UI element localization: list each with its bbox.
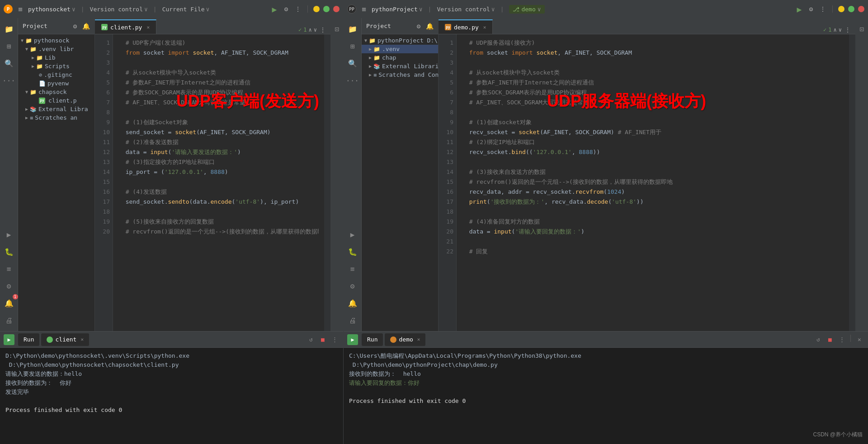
right-more-side-icon[interactable]: ···: [345, 73, 360, 88]
right-vcs-icon[interactable]: ⊞: [345, 39, 360, 53]
left-debug-icon[interactable]: 🐛: [2, 244, 16, 259]
right-bottom-run-btn[interactable]: ▶: [347, 334, 358, 345]
code-line-15: [118, 177, 319, 187]
right-window-close[interactable]: [858, 6, 864, 12]
right-settings-icon[interactable]: ⚙: [345, 279, 360, 293]
left-bottom-run-btn[interactable]: ▶: [4, 334, 14, 345]
right-demo-tab-close[interactable]: ✕: [417, 337, 420, 342]
left-run-side-icon[interactable]: ▶: [2, 227, 16, 242]
left-run-button[interactable]: ▶: [270, 5, 278, 13]
right-check-badge: ✓1 ∧ ∨: [823, 27, 842, 33]
left-window-close[interactable]: [333, 6, 340, 12]
right-folder-icon[interactable]: 📁: [345, 22, 360, 36]
left-tab-close[interactable]: ✕: [146, 24, 150, 30]
tree-item-chap[interactable]: ▶ 📁 chap: [362, 53, 438, 62]
right-debug-icon[interactable]: 🐛: [345, 244, 360, 259]
left-notifications-icon[interactable]: 🔔 1: [2, 296, 16, 310]
tree-item-scratches[interactable]: ▶ ≡ Scratches an: [18, 113, 94, 122]
left-check-badge: ✓1 ∧ ∨: [298, 27, 317, 33]
left-project-name[interactable]: pythonsocket ∨: [28, 6, 75, 13]
left-client-tab-close[interactable]: ✕: [80, 337, 84, 342]
left-build-icon[interactable]: ⚙: [282, 5, 290, 13]
tree-item-right-scratches[interactable]: ▶ ≡ Scratches and Cons: [362, 70, 438, 79]
right-refresh-btn[interactable]: ↺: [813, 335, 823, 345]
left-print-icon[interactable]: 🖨: [2, 313, 16, 327]
left-more-side-icon[interactable]: ···: [2, 73, 16, 88]
right-branch-selector[interactable]: ⎇ demo ∨: [509, 5, 544, 14]
tree-item-gitignore[interactable]: ⊘ .gitignc: [18, 70, 94, 79]
left-panel-bell[interactable]: 🔔: [82, 22, 90, 30]
left-client-tab[interactable]: client ✕: [41, 333, 89, 346]
left-vcs-icon[interactable]: ⊞: [2, 39, 16, 53]
left-window-maximize[interactable]: [323, 6, 330, 12]
scratches-icon: ≡: [30, 115, 33, 121]
left-panel-settings[interactable]: ⚙: [71, 22, 79, 30]
right-build-icon[interactable]: ⚙: [807, 5, 815, 13]
left-terminal-body[interactable]: D:\Python\demo\pythonsocket\.venv\Script…: [0, 348, 343, 444]
left-window-minimize[interactable]: [313, 6, 320, 12]
left-hamburger-menu[interactable]: ≡: [16, 5, 24, 13]
right-run-tab[interactable]: Run: [362, 333, 383, 346]
right-stop-btn[interactable]: ■: [825, 335, 835, 345]
left-bottom-more[interactable]: ⋮: [330, 335, 340, 345]
left-current-file[interactable]: Current File ∨: [162, 6, 210, 13]
tree-item-pyvenv[interactable]: 📄 pyvenw: [18, 79, 94, 88]
left-more-icon[interactable]: ⋮: [294, 5, 302, 13]
right-search-icon[interactable]: 🔍: [345, 56, 360, 70]
chevron-right-venv: ▶: [369, 47, 372, 51]
left-term-line-4: 接收到的数据为： 你好: [5, 379, 338, 388]
left-gutter-icon1[interactable]: ⊡: [330, 22, 343, 36]
right-version-control[interactable]: Version control ∨: [437, 6, 495, 13]
right-code-content: 12345 678910 1112131415 1617181920 2122 …: [439, 34, 855, 331]
right-run-side-icon[interactable]: ▶: [345, 227, 360, 242]
right-hamburger-menu[interactable]: ≡: [360, 5, 368, 13]
code-line-7: # AF_INET、SOCK_DGRAM大写说明这是常量: [118, 98, 319, 107]
tree-item-pythonproject[interactable]: ▼ 📁 pythonProject D:\: [362, 36, 438, 45]
left-code-editor[interactable]: 12345 678910 1112131415 1617181920 # UDP…: [95, 34, 330, 331]
right-demo-tab[interactable]: demo ✕: [385, 333, 425, 346]
left-tab-client-py[interactable]: py client.py ✕: [95, 19, 156, 34]
right-panel-settings[interactable]: ⚙: [415, 22, 423, 30]
left-arrow-up[interactable]: ∧: [309, 27, 312, 33]
tree-item-lib[interactable]: ▶ 📁 Lib: [18, 53, 94, 62]
tree-item-chapsock[interactable]: ▼ 📁 chapsock: [18, 88, 94, 96]
tree-item-venv[interactable]: ▼ 📁 .venv libr: [18, 45, 94, 53]
right-arrow-down[interactable]: ∨: [839, 27, 842, 33]
right-code-line-2: from socket import socket, AF_INET, SOCK…: [462, 48, 844, 58]
left-search-icon[interactable]: 🔍: [2, 56, 16, 70]
right-more-icon[interactable]: ⋮: [819, 5, 827, 13]
left-layers-icon[interactable]: ≡: [2, 262, 16, 276]
tree-item-client-py[interactable]: py client.p: [18, 96, 94, 105]
right-editor-more[interactable]: ⋮: [844, 26, 852, 34]
left-folder-icon[interactable]: 📁: [2, 22, 16, 36]
left-stop-btn[interactable]: ■: [318, 335, 328, 345]
left-version-control[interactable]: Version control ∨: [90, 6, 148, 13]
right-window-minimize[interactable]: [838, 6, 844, 12]
code-line-13: # (3)指定接收方的IP地址和端口: [118, 157, 319, 167]
right-arrow-up[interactable]: ∧: [834, 27, 837, 33]
right-window-maximize[interactable]: [848, 6, 854, 12]
right-collapse-btn[interactable]: ✕: [854, 335, 864, 345]
left-arrow-down[interactable]: ∨: [314, 27, 317, 33]
tree-item-pythonsock[interactable]: ▼ 📁 pythonsock: [18, 36, 94, 45]
tree-item-right-venv[interactable]: ▶ 📁 .venv: [362, 45, 438, 53]
right-panel-bell[interactable]: 🔔: [425, 22, 434, 30]
right-gutter-icon1[interactable]: ⊡: [854, 22, 868, 36]
tree-item-ext-libs[interactable]: ▶ 📚 External Libra: [18, 105, 94, 113]
right-bottom-more[interactable]: ⋮: [837, 335, 847, 345]
left-settings-icon[interactable]: ⚙: [2, 279, 16, 293]
left-run-tab[interactable]: Run: [18, 333, 39, 346]
right-tab-demo-py[interactable]: py demo.py ✕: [439, 19, 493, 34]
tree-item-scripts[interactable]: ▶ 📁 Scripts: [18, 62, 94, 70]
left-refresh-btn[interactable]: ↺: [306, 335, 316, 345]
right-print-icon[interactable]: 🖨: [345, 313, 360, 327]
right-project-name[interactable]: pythonProject ∨: [372, 6, 423, 13]
right-code-editor[interactable]: 12345 678910 1112131415 1617181920 2122 …: [439, 34, 855, 331]
right-tab-close[interactable]: ✕: [483, 24, 486, 30]
left-editor-more[interactable]: ⋮: [319, 26, 327, 34]
tree-item-right-ext-libs[interactable]: ▶ 📚 External Libraries: [362, 62, 438, 70]
right-layers-icon[interactable]: ≡: [345, 262, 360, 276]
right-terminal-body[interactable]: C:\Users\酷电编程\AppData\Local\Programs\Pyt…: [344, 348, 868, 444]
right-notifications-icon[interactable]: 🔔: [345, 296, 360, 310]
right-run-button[interactable]: ▶: [795, 5, 803, 13]
